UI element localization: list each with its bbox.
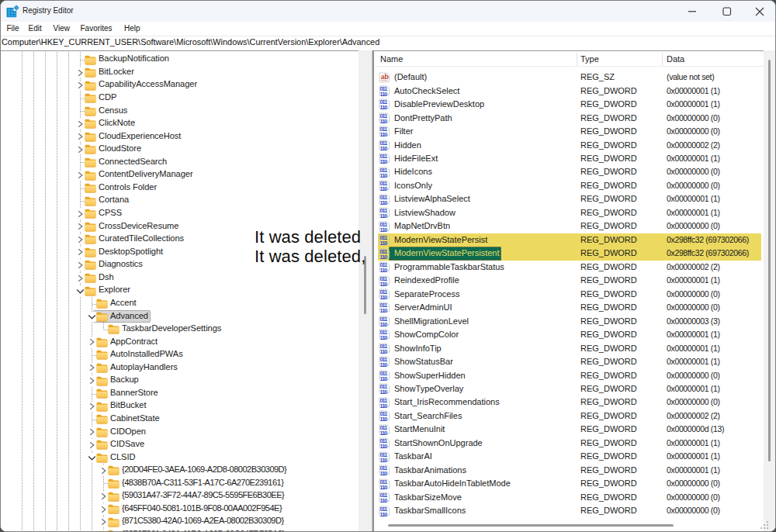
svg-text:110: 110 [380, 321, 388, 326]
svg-text:110: 110 [380, 294, 388, 299]
svg-text:110: 110 [380, 334, 388, 340]
svg-text:110: 110 [380, 347, 388, 353]
svg-text:110: 110 [380, 267, 388, 272]
svg-text:110: 110 [380, 361, 388, 367]
svg-text:110: 110 [380, 510, 388, 516]
svg-text:110: 110 [380, 212, 388, 218]
svg-text:110: 110 [380, 470, 388, 475]
svg-text:110: 110 [380, 253, 388, 258]
svg-text:110: 110 [380, 497, 388, 503]
svg-text:110: 110 [380, 429, 388, 434]
svg-text:110: 110 [380, 199, 388, 204]
svg-text:110: 110 [380, 443, 388, 448]
svg-text:110: 110 [380, 144, 388, 150]
svg-text:110: 110 [380, 280, 388, 285]
svg-text:110: 110 [380, 226, 388, 231]
svg-text:110: 110 [380, 402, 388, 407]
svg-text:110: 110 [380, 185, 388, 191]
svg-text:110: 110 [380, 456, 388, 461]
svg-text:110: 110 [380, 131, 388, 136]
svg-text:110: 110 [380, 375, 388, 380]
svg-text:110: 110 [380, 483, 388, 489]
svg-text:110: 110 [380, 158, 388, 164]
svg-text:ab: ab [381, 73, 390, 81]
svg-text:110: 110 [380, 91, 388, 96]
svg-text:110: 110 [380, 240, 388, 245]
svg-text:110: 110 [380, 307, 388, 313]
svg-text:110: 110 [380, 118, 388, 123]
svg-text:110: 110 [380, 416, 388, 421]
svg-text:110: 110 [380, 171, 388, 177]
svg-text:110: 110 [380, 104, 388, 109]
svg-text:110: 110 [380, 389, 388, 394]
